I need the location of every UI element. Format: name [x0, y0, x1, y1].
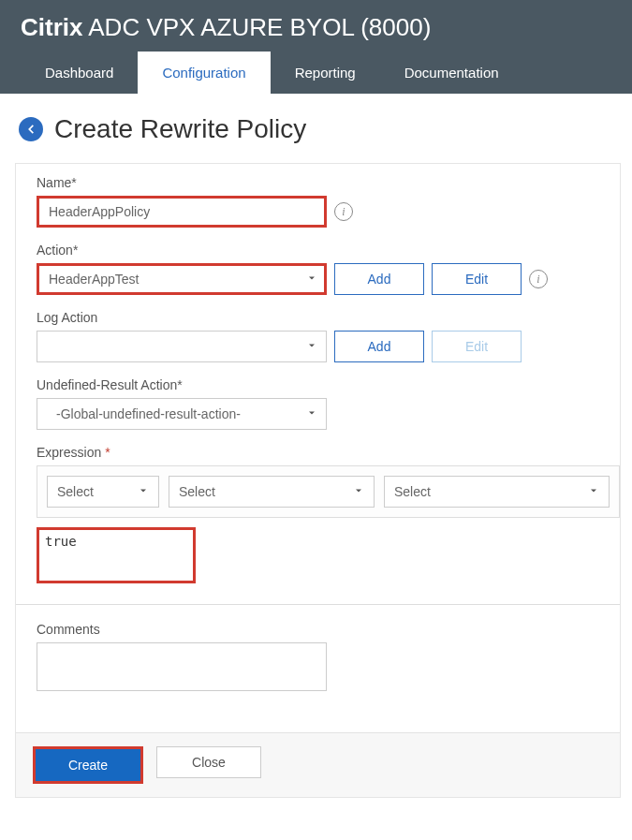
chevron-down-icon — [588, 484, 599, 499]
brand-title: Citrix ADC VPX AZURE BYOL (8000) — [21, 13, 611, 42]
expression-label: Expression * — [37, 445, 601, 460]
form-panel: Name* i Action* Add Edit i — [15, 163, 621, 798]
create-highlight: Create — [33, 746, 143, 784]
info-icon[interactable]: i — [529, 270, 548, 288]
name-label: Name* — [37, 175, 601, 190]
undefined-action-select[interactable] — [37, 398, 327, 430]
comments-label: Comments — [37, 622, 601, 637]
undefined-action-label: Undefined-Result Action* — [37, 377, 601, 392]
action-add-button[interactable]: Add — [334, 263, 424, 295]
tab-configuration[interactable]: Configuration — [138, 52, 270, 94]
back-button[interactable] — [19, 117, 43, 141]
log-action-edit-button: Edit — [432, 331, 522, 362]
expression-toolbar: Select Select Select — [37, 465, 620, 518]
form-footer: Create Close — [16, 732, 620, 797]
chevron-down-icon — [138, 484, 149, 499]
expression-select-1[interactable]: Select — [47, 476, 159, 508]
nav-tabs: Dashboard Configuration Reporting Docume… — [0, 52, 632, 94]
log-action-add-button[interactable]: Add — [334, 331, 424, 362]
tab-documentation[interactable]: Documentation — [380, 52, 523, 94]
info-icon[interactable]: i — [334, 202, 353, 221]
expression-textarea[interactable] — [37, 527, 196, 583]
comments-textarea[interactable] — [37, 642, 327, 691]
create-button[interactable]: Create — [36, 749, 140, 781]
log-action-select[interactable] — [37, 331, 327, 362]
close-button[interactable]: Close — [156, 746, 261, 778]
tab-dashboard[interactable]: Dashboard — [21, 52, 138, 94]
expression-select-3[interactable]: Select — [384, 476, 610, 508]
page-title: Create Rewrite Policy — [54, 114, 306, 144]
action-edit-button[interactable]: Edit — [432, 263, 522, 295]
tab-reporting[interactable]: Reporting — [271, 52, 380, 94]
action-label: Action* — [37, 243, 601, 258]
action-select[interactable] — [37, 263, 327, 295]
expression-select-2[interactable]: Select — [169, 476, 375, 508]
log-action-label: Log Action — [37, 310, 601, 325]
arrow-left-icon — [24, 123, 37, 136]
chevron-down-icon — [353, 484, 364, 499]
app-header: Citrix ADC VPX AZURE BYOL (8000) — [0, 0, 632, 52]
name-input[interactable] — [37, 196, 327, 228]
